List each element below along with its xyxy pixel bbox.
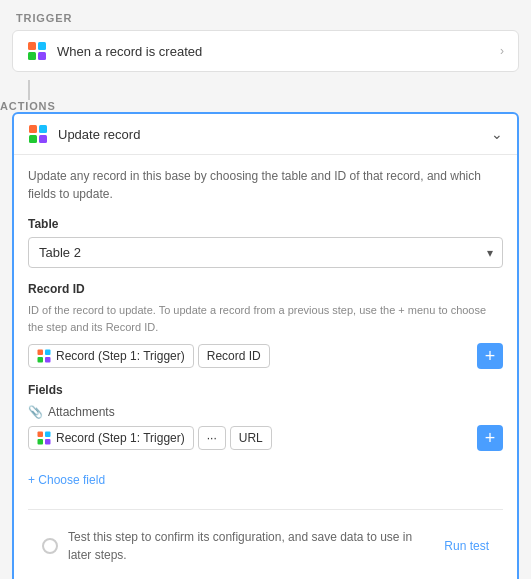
- record-id-label: Record ID: [28, 282, 503, 296]
- record-token1-label: Record (Step 1: Trigger): [56, 349, 185, 363]
- record-token-step1[interactable]: Record (Step 1: Trigger): [28, 344, 194, 368]
- svg-rect-15: [45, 439, 51, 445]
- svg-rect-9: [45, 350, 51, 356]
- test-row: Test this step to confirm its configurat…: [28, 518, 503, 574]
- divider: [28, 509, 503, 510]
- attachment-add-button[interactable]: +: [477, 425, 503, 451]
- svg-rect-2: [28, 52, 36, 60]
- svg-rect-5: [39, 125, 47, 133]
- attachment-token-row: Record (Step 1: Trigger) ··· URL +: [28, 425, 503, 451]
- record-id-token[interactable]: Record ID: [198, 344, 270, 368]
- svg-rect-13: [45, 432, 51, 438]
- trigger-chevron-icon: ›: [500, 44, 504, 58]
- attachment-url-token[interactable]: URL: [230, 426, 272, 450]
- attachment-dots-token[interactable]: ···: [198, 426, 226, 450]
- attachment-icon: 📎: [28, 405, 43, 419]
- svg-rect-3: [38, 52, 46, 60]
- svg-rect-4: [29, 125, 37, 133]
- svg-rect-11: [45, 357, 51, 363]
- svg-rect-6: [29, 135, 37, 143]
- trigger-label: When a record is created: [57, 44, 500, 59]
- record-token2-label: Record ID: [207, 349, 261, 363]
- attachment-dots: ···: [207, 431, 217, 445]
- attachment-url-label: URL: [239, 431, 263, 445]
- svg-rect-14: [38, 439, 44, 445]
- table-select-wrapper: Table 2 Table 1 Table 3 ▾: [28, 237, 503, 268]
- record-token-icon: [37, 349, 51, 363]
- record-id-description: ID of the record to update. To update a …: [28, 302, 503, 335]
- attachment-token-icon: [37, 431, 51, 445]
- action-icon: [28, 124, 48, 144]
- test-description: Test this step to confirm its configurat…: [68, 528, 434, 564]
- attachment-token-label: Record (Step 1: Trigger): [56, 431, 185, 445]
- fields-label: Fields: [28, 383, 503, 397]
- trigger-icon: [27, 41, 47, 61]
- run-test-button[interactable]: Run test: [444, 539, 489, 553]
- action-chevron-down-icon: ⌄: [491, 126, 503, 142]
- action-header[interactable]: Update record ⌄: [14, 114, 517, 154]
- action-header-label: Update record: [58, 127, 491, 142]
- record-id-add-button[interactable]: +: [477, 343, 503, 369]
- attachments-label: 📎 Attachments: [28, 405, 503, 419]
- attachment-record-token[interactable]: Record (Step 1: Trigger): [28, 426, 194, 450]
- action-card: Update record ⌄ Update any record in thi…: [12, 112, 519, 579]
- svg-rect-10: [38, 357, 44, 363]
- svg-rect-8: [38, 350, 44, 356]
- actions-section-label: ACTIONS: [0, 100, 531, 112]
- trigger-item[interactable]: When a record is created ›: [12, 30, 519, 72]
- svg-rect-1: [38, 42, 46, 50]
- choose-field-link[interactable]: + Choose field: [28, 473, 105, 487]
- table-select[interactable]: Table 2 Table 1 Table 3: [28, 237, 503, 268]
- svg-rect-0: [28, 42, 36, 50]
- test-status-circle: [42, 538, 58, 554]
- record-id-token-row: Record (Step 1: Trigger) Record ID +: [28, 343, 503, 369]
- svg-rect-7: [39, 135, 47, 143]
- trigger-section-label: TRIGGER: [0, 0, 531, 30]
- svg-rect-12: [38, 432, 44, 438]
- connector-line: [28, 80, 30, 100]
- fields-section: Fields 📎 Attachments Record (Step 1: Tri…: [28, 383, 503, 501]
- action-description: Update any record in this base by choosi…: [28, 167, 503, 203]
- action-body: Update any record in this base by choosi…: [14, 154, 517, 579]
- table-label: Table: [28, 217, 503, 231]
